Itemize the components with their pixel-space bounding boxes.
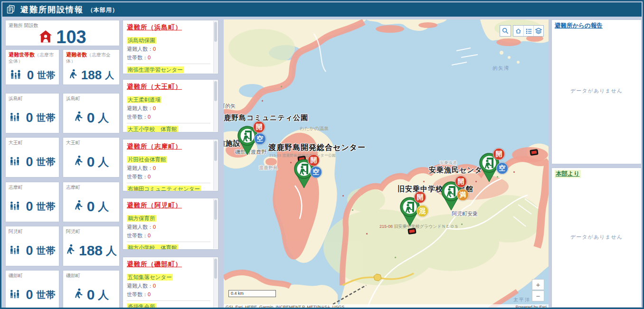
page-title: 避難所開設情報	[20, 4, 84, 15]
shelter-entry: 沓掛集会所 避難人数：0 世帯数：0	[127, 300, 210, 309]
town-evacuees-value: 0	[87, 154, 95, 170]
map-canvas[interactable]: 町的矢 渡鹿野島コミュニティ公園 難施設 磯部町渡鹿野 わたかの温泉 渡鹿野島 …	[224, 19, 549, 309]
map-layers-button[interactable]	[533, 26, 543, 36]
households-label: 世帯数：	[127, 233, 148, 238]
shelter-entry: 五知集落センター 避難人数：0 世帯数：0	[127, 272, 210, 300]
status-badge-vacant[interactable]: 空	[496, 162, 508, 174]
card-town-evacuees: 志摩町 0 人	[63, 182, 120, 222]
card-town-households: 志摩町 0 世帯	[5, 182, 59, 222]
status-badge-vacant[interactable]: 空	[254, 133, 266, 145]
shelter-name: 沓掛集会所	[127, 303, 156, 309]
reports-title-link[interactable]: 避難所からの報告	[555, 22, 603, 30]
facility-marker-icon[interactable]	[530, 149, 539, 156]
status-badge-full[interactable]: 満	[457, 189, 469, 201]
town-evacuees-value: 0	[87, 110, 95, 126]
status-badge-open[interactable]: 開	[414, 191, 426, 203]
town-households-value: 0	[26, 243, 33, 258]
family-icon	[9, 69, 24, 82]
map-zoom-out-button[interactable]: −	[532, 290, 544, 301]
shelter-name: 南張生涯学習センター	[127, 66, 184, 73]
card-town-households: 磯部町 0 世帯	[5, 270, 59, 309]
map-label-neos-id: 215-08	[379, 224, 393, 229]
section-title-link[interactable]: 避難所（志摩町）	[127, 142, 210, 151]
households-value: 0	[148, 114, 151, 120]
town-households-value: 0	[26, 199, 33, 214]
walking-person-icon	[66, 244, 76, 258]
status-badge-open[interactable]: 開	[493, 148, 505, 160]
shelter-entry: 布施田コミュニティセンター 避難人数：0 世帯数：0	[127, 183, 210, 191]
shelter-entry: 鵜方小学校 体育館 避難人数：0 世帯数：0	[127, 242, 210, 250]
households-label: 世帯数：	[127, 55, 148, 60]
panel-shelter-reports: 避難所からの報告 データがありません	[551, 19, 642, 164]
map-label-ago-anori: 阿児町安乗	[452, 210, 478, 217]
status-badge-open[interactable]: 開	[308, 154, 320, 166]
shelter-entry: 大王小学校 体育館 避難人数：0 世帯数：0	[127, 123, 210, 132]
map-label-community-park: 渡鹿野島コミュニティ公園	[224, 113, 308, 122]
shelter-entry: 大王柔剣道場 避難人数：0 世帯数：0	[127, 94, 210, 123]
document-icon	[6, 5, 16, 14]
status-badge-vacant[interactable]: 空	[310, 166, 322, 178]
section-title-link[interactable]: 避難所（大王町）	[127, 83, 210, 91]
households-label: 世帯数：	[127, 291, 148, 297]
section-title-link[interactable]: 避難所（磯部町）	[127, 260, 210, 269]
section-title-link[interactable]: 避難所（浜島町）	[127, 23, 210, 32]
shelter-section: 避難所（大王町） 大王柔剣道場 避難人数：0 世帯数：0 大王小学校 体育館 避…	[123, 79, 218, 132]
town-name: 浜島町	[9, 95, 23, 102]
scrollbar[interactable]	[213, 140, 218, 190]
open-count-value: 103	[56, 27, 86, 47]
unit: 人	[106, 243, 117, 258]
people-label: 避難人数：	[127, 46, 153, 52]
map-search-button[interactable]	[500, 25, 511, 37]
map-scale-bar: 0.4 km	[228, 290, 276, 297]
scrollbar[interactable]	[213, 80, 218, 131]
map-zoom-in-button[interactable]: +	[532, 279, 544, 290]
map-home-button[interactable]	[513, 26, 523, 36]
card-town-evacuees: 浜島町 0 人	[63, 93, 120, 133]
town-households-value: 0	[26, 111, 33, 125]
town-evacuees-value: 188	[79, 243, 103, 259]
shelter-entry: 浜島幼保園 避難人数：0 世帯数：0	[127, 35, 210, 64]
shelter-entry: 鵜方保育所 避難人数：0 世帯数：0	[127, 213, 210, 242]
evacuees-label: 避難者数	[66, 52, 87, 57]
scrollbar[interactable]	[213, 199, 218, 249]
households-value: 0	[148, 174, 151, 179]
households-label: 避難世帯数	[9, 52, 35, 57]
people-value: 0	[153, 283, 156, 289]
town-name: 大王町	[9, 140, 23, 146]
shelter-entry: 南張生涯学習センター 避難人数：0 世帯数：0	[127, 64, 210, 74]
map-label-matoya-cho: 町的矢	[224, 103, 236, 110]
unit: 人	[98, 155, 109, 169]
unit: 人	[98, 288, 109, 302]
town-households-value: 0	[26, 288, 33, 302]
app-header: 避難所開設情報 （本部用）	[2, 2, 642, 17]
facility-marker-icon[interactable]	[407, 228, 417, 234]
people-label: 避難人数：	[127, 224, 153, 230]
page-subtitle: （本部用）	[87, 6, 118, 14]
walking-person-icon	[68, 69, 78, 82]
shelter-name: 布施田コミュニティセンター	[127, 186, 201, 191]
unit: 世帯	[37, 200, 56, 213]
hq-title-link[interactable]: 本部より	[555, 170, 581, 178]
town-name: 阿児町	[66, 228, 80, 235]
status-badge-crowded[interactable]: 混	[417, 205, 428, 217]
scrollbar[interactable]	[213, 258, 218, 308]
unit: 世帯	[37, 156, 56, 169]
scrollbar[interactable]	[213, 21, 218, 73]
status-badge-open[interactable]: 開	[253, 121, 265, 133]
legend-list-icon	[526, 28, 532, 34]
card-town-households: 浜島町 0 世帯	[5, 93, 59, 133]
status-badge-open[interactable]: 開	[455, 176, 467, 187]
hq-empty-message: データがありません	[552, 234, 641, 241]
map-legend-button[interactable]	[523, 26, 533, 36]
evacuees-unit: 人	[105, 69, 114, 82]
unit: 世帯	[37, 244, 56, 257]
shelter-section: 避難所（磯部町） 五知集落センター 避難人数：0 世帯数：0 沓掛集会所 避難人…	[123, 257, 218, 309]
evacuees-value: 188	[81, 68, 102, 83]
family-icon	[9, 201, 22, 213]
panel-hq-messages: 本部より データがありません	[551, 168, 642, 308]
people-label: 避難人数：	[127, 165, 153, 171]
shelter-section: 避難所（志摩町） 片田社会体育館 避難人数：0 世帯数：0 布施田コミュニティセ…	[123, 139, 218, 191]
town-name: 磯部町	[66, 272, 80, 279]
section-title-link[interactable]: 避難所（阿児町）	[127, 201, 210, 210]
family-icon	[9, 112, 22, 124]
